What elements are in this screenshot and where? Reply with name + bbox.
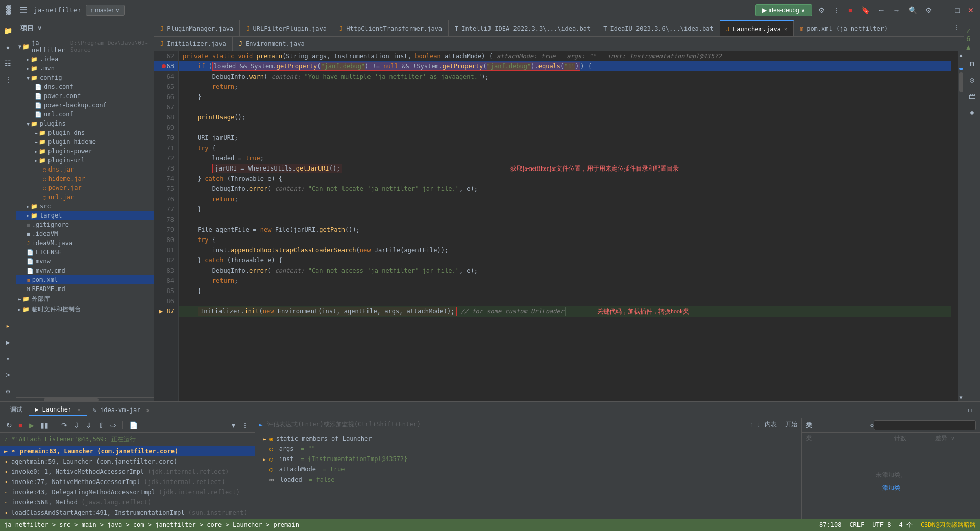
tree-item-mvnw[interactable]: 📄 mvnw xyxy=(16,257,154,266)
step-over-button[interactable]: ↷ xyxy=(59,420,69,430)
frame-item-premain[interactable]: ► ⚬ premain:63, Launcher (com.janetfilte… xyxy=(0,446,255,456)
filter-button[interactable]: ▾ xyxy=(230,420,237,430)
code-content[interactable]: private static void premain(String args,… xyxy=(179,51,958,401)
left-icon-project[interactable]: 📁 xyxy=(2,25,14,37)
sidebar-title[interactable]: 项目 ∨ xyxy=(20,23,42,33)
window-close-button[interactable]: ✕ xyxy=(966,4,976,16)
tree-item-idea[interactable]: ► 📁 .idea xyxy=(16,55,154,64)
tree-item-plugins[interactable]: ▼ 📁 plugins xyxy=(16,119,154,128)
pause-button[interactable]: ▮▮ xyxy=(38,420,51,430)
tab-plugin-manager[interactable]: J PluginManager.java xyxy=(154,20,240,36)
tree-item-plugin-power[interactable]: ► 📁 plugin-power xyxy=(16,147,154,156)
app-logo-icon[interactable]: ▓ xyxy=(4,3,13,17)
watches-gear-icon[interactable]: ⚙ xyxy=(870,422,874,429)
watches-search-input[interactable] xyxy=(874,420,976,430)
bottom-tab-debug[interactable]: 调试 xyxy=(4,403,29,416)
tab-close-icon[interactable]: ✕ xyxy=(784,26,787,32)
resume-button[interactable]: ▶ xyxy=(27,420,36,430)
tab-pom-xml[interactable]: m pom.xml (ja-netfilter) xyxy=(794,20,894,36)
tree-item-mvn[interactable]: ► 📁 .mvn xyxy=(16,64,154,73)
bottom-tab-idea-vm-jar[interactable]: ✎ idea-vm-jar ✕ xyxy=(87,404,156,416)
tree-item-ideavm[interactable]: ■ .ideaVM xyxy=(16,229,154,238)
idea-vm-jar-tab-close[interactable]: ✕ xyxy=(146,407,150,413)
var-item-attachmode[interactable]: ○ attachMode = true xyxy=(255,464,801,474)
right-icon-ai[interactable]: m xyxy=(968,57,976,69)
eval-hint[interactable]: 评估表达式(Enter)或添加监视(Ctrl+Shift+Enter) xyxy=(267,420,746,429)
var-item-args[interactable]: ○ args = "" xyxy=(255,444,801,454)
tab-launcher-java[interactable]: J Launcher.java ✕ xyxy=(720,20,794,36)
tab-initializer[interactable]: J Initializer.java xyxy=(154,37,233,51)
tree-item-plugin-hideme[interactable]: ► 📁 plugin-hideme xyxy=(16,137,154,147)
bookmark-icon[interactable]: 🔖 xyxy=(859,4,872,16)
more-menu-icon[interactable]: ⋮ xyxy=(831,4,842,16)
right-scrollbar[interactable]: ▲ ▼ xyxy=(958,51,964,401)
stop-button[interactable]: ■ xyxy=(16,420,24,430)
branch-button[interactable]: ↑ master ∨ xyxy=(86,5,125,16)
frame-item-agentmain[interactable]: ⚬ agentmain:59, Launcher (com.janetfilte… xyxy=(0,456,255,467)
tab-idea-bat[interactable]: T IntelliJ IDEA 2022.3.3\...\idea.bat xyxy=(449,20,597,36)
left-icon-git[interactable]: ✦ xyxy=(4,352,12,365)
tree-item-url-jar[interactable]: ◯ url.jar xyxy=(16,192,154,202)
step-out-button[interactable]: ⇧ xyxy=(96,420,106,430)
left-icon-structure[interactable]: ☷ xyxy=(3,57,13,69)
watches-add-link[interactable]: 添加类 xyxy=(882,484,900,492)
run-to-cursor-button[interactable]: ⇨ xyxy=(108,420,118,430)
frame-item-invoke43[interactable]: ⚬ invoke:43, DelegatingMethodAccessorImp… xyxy=(0,487,255,497)
eval-nav-down[interactable]: ↓ xyxy=(757,421,761,428)
record-icon[interactable]: ■ xyxy=(846,4,854,16)
tree-item-power-conf[interactable]: 📄 power.conf xyxy=(16,91,154,101)
frame-item-invoke568[interactable]: ⚬ invoke:568, Method (java.lang.reflect) xyxy=(0,497,255,508)
bottom-panel-maximize[interactable]: ◻ xyxy=(964,404,976,416)
window-minimize-button[interactable]: — xyxy=(938,4,949,16)
tree-item-license[interactable]: 📄 LICENSE xyxy=(16,248,154,257)
frame-item-invoke0[interactable]: ⚬ invoke0:-1, NativeMethodAccessorImpl (… xyxy=(0,467,255,477)
right-icon-gradle[interactable]: ◆ xyxy=(968,106,976,118)
left-icon-run[interactable]: ▶ xyxy=(4,336,12,348)
eval-nav-up[interactable]: ↑ xyxy=(750,421,753,428)
more-debug-button[interactable]: ⋮ xyxy=(239,420,251,430)
forward-icon[interactable]: → xyxy=(891,4,902,16)
menu-icon[interactable]: ☰ xyxy=(17,3,30,17)
back-icon[interactable]: ← xyxy=(876,4,887,16)
tab-url-filter-plugin[interactable]: J URLFilterPlugin.java xyxy=(240,20,333,36)
window-maximize-button[interactable]: □ xyxy=(953,4,962,16)
tree-item-external-libs[interactable]: ► 📁 外部库 xyxy=(16,294,154,304)
expand-icon[interactable]: ► xyxy=(259,421,263,428)
tree-item-src[interactable]: ► 📁 src xyxy=(16,202,154,211)
status-encoding[interactable]: UTF-8 xyxy=(872,521,891,529)
tree-item-config[interactable]: ▼ 📁 config xyxy=(16,73,154,82)
var-item-loaded[interactable]: ∞ loaded = false xyxy=(255,474,801,486)
tab-http-client-transformer[interactable]: J HttpClientTransformer.java xyxy=(333,20,449,36)
left-icon-debug[interactable]: ▸ xyxy=(4,320,12,332)
eval-expression-button[interactable]: 📄 xyxy=(127,420,140,430)
right-icon-database[interactable]: 🗃 xyxy=(967,90,978,102)
left-icon-more[interactable]: ⋮ xyxy=(3,74,14,86)
tree-item-ideavm-java[interactable]: J ideaVM.java xyxy=(16,238,154,248)
bottom-tab-launcher[interactable]: ▶ Launcher ✕ xyxy=(29,404,87,416)
status-indent[interactable]: 4 个 xyxy=(899,521,912,529)
status-crlf[interactable]: CRLF xyxy=(849,521,864,529)
global-settings-icon[interactable]: ⚙ xyxy=(923,4,934,16)
smart-step-into-button[interactable]: ⇓ xyxy=(84,420,94,430)
tree-item-mvnw-cmd[interactable]: 📄 mvnw.cmd xyxy=(16,266,154,275)
settings-icon[interactable]: ⚙ xyxy=(816,4,827,16)
debug-run-button[interactable]: ▶ idea-deubg ∨ xyxy=(755,4,812,16)
tree-item-gitignore[interactable]: ■ .gitignore xyxy=(16,220,154,229)
tree-item-power-jar[interactable]: ◯ power.jar xyxy=(16,183,154,192)
tab-ideaiu-bat[interactable]: T IdeaIU-2023.3.6\...\idea.bat xyxy=(597,20,720,36)
tree-item-temp-files[interactable]: ► 📁 临时文件和控制台 xyxy=(16,304,154,315)
tree-item-pom-xml[interactable]: m pom.xml xyxy=(16,275,154,284)
tree-item-dns-conf[interactable]: 📄 dns.conf xyxy=(16,82,154,91)
step-into-button[interactable]: ⇩ xyxy=(71,420,82,430)
left-icon-settings[interactable]: ⚙ xyxy=(4,385,12,397)
left-icon-terminal[interactable]: > xyxy=(4,369,12,381)
tree-item-dns-jar[interactable]: ◯ dns.jar xyxy=(16,165,154,174)
tree-item-url-conf[interactable]: 📄 url.conf xyxy=(16,110,154,119)
tree-item-plugin-dns[interactable]: ► 📁 plugin-dns xyxy=(16,128,154,137)
tree-item-root[interactable]: ▼ 📁 ja-netfilter D:\Program Dev\Java\09-… xyxy=(16,38,154,55)
frame-item-invoke77[interactable]: ⚬ invoke:77, NativeMethodAccessorImpl (j… xyxy=(0,477,255,487)
right-icon-notifications[interactable]: ✓ 6 ▲ xyxy=(964,25,980,53)
search-icon[interactable]: 🔍 xyxy=(906,4,919,16)
left-icon-bookmark[interactable]: ★ xyxy=(4,41,12,53)
tree-item-power-backup-conf[interactable]: 📄 power-backup.conf xyxy=(16,101,154,110)
